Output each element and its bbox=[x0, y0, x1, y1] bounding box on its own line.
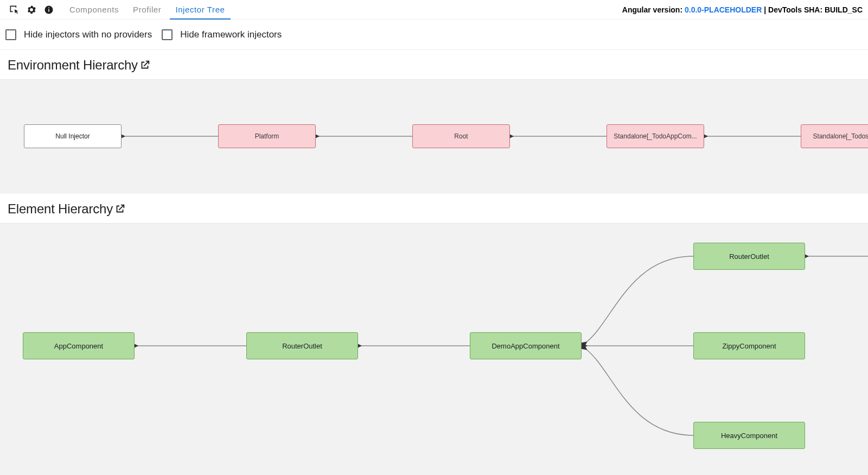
svg-rect-1 bbox=[48, 9, 49, 11]
tab-profiler[interactable]: Profiler bbox=[127, 0, 167, 19]
checkbox-box-icon bbox=[162, 29, 173, 40]
filter-bar: Hide injectors with no providers Hide fr… bbox=[0, 20, 868, 50]
open-in-new-icon[interactable] bbox=[114, 203, 126, 215]
checkbox-label: Hide injectors with no providers bbox=[24, 29, 152, 40]
inspect-icon[interactable] bbox=[5, 1, 23, 18]
section-title: Environment Hierarchy bbox=[8, 58, 138, 73]
node-router-outlet[interactable]: RouterOutlet bbox=[246, 332, 358, 359]
top-toolbar: Components Profiler Injector Tree Angula… bbox=[0, 0, 868, 20]
version-prefix: Angular version: bbox=[622, 5, 685, 14]
node-null-injector[interactable]: Null Injector bbox=[24, 124, 122, 148]
info-icon[interactable] bbox=[40, 1, 58, 18]
open-in-new-icon[interactable] bbox=[139, 59, 151, 71]
devtools-sha: DevTools SHA: BUILD_SC bbox=[768, 5, 863, 14]
section-title: Element Hierarchy bbox=[8, 201, 113, 217]
node-platform[interactable]: Platform bbox=[218, 124, 316, 148]
environment-hierarchy-header: Environment Hierarchy bbox=[0, 50, 868, 80]
checkbox-hide-framework[interactable]: Hide framework injectors bbox=[162, 29, 282, 40]
node-standalone-todos[interactable]: Standalone[_TodosComp bbox=[801, 124, 868, 148]
svg-rect-2 bbox=[48, 7, 49, 8]
checkbox-hide-no-providers[interactable]: Hide injectors with no providers bbox=[5, 29, 152, 40]
node-app-component[interactable]: AppComponent bbox=[23, 332, 135, 359]
element-hierarchy-header: Element Hierarchy bbox=[0, 194, 868, 224]
node-heavy-component[interactable]: HeavyComponent bbox=[693, 422, 805, 449]
node-demo-app-component[interactable]: DemoAppComponent bbox=[470, 332, 582, 359]
version-info: Angular version: 0.0.0-PLACEHOLDER | Dev… bbox=[622, 5, 863, 14]
version-link[interactable]: 0.0.0-PLACEHOLDER bbox=[685, 5, 762, 14]
tab-injector-tree[interactable]: Injector Tree bbox=[170, 0, 230, 19]
version-sep: | bbox=[762, 5, 768, 14]
element-hierarchy-canvas[interactable]: AppComponent RouterOutlet DemoAppCompone… bbox=[0, 224, 868, 475]
node-zippy-component[interactable]: ZippyComponent bbox=[693, 332, 805, 359]
node-standalone-todo-app[interactable]: Standalone[_TodoAppCom... bbox=[607, 124, 704, 148]
checkbox-box-icon bbox=[5, 29, 16, 40]
node-router-outlet-2[interactable]: RouterOutlet bbox=[693, 243, 805, 270]
node-root[interactable]: Root bbox=[412, 124, 510, 148]
tab-bar: Components Profiler Injector Tree bbox=[64, 0, 231, 19]
environment-hierarchy-canvas[interactable]: Null Injector Platform Root Standalone[_… bbox=[0, 80, 868, 194]
tab-components[interactable]: Components bbox=[64, 0, 124, 19]
checkbox-label: Hide framework injectors bbox=[180, 29, 282, 40]
gear-icon[interactable] bbox=[23, 1, 40, 18]
